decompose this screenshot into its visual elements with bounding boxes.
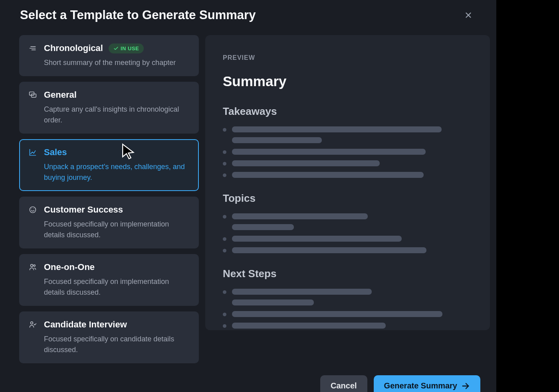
list-icon — [29, 44, 38, 52]
template-list: Chronological IN USE Short summary of th… — [19, 35, 199, 363]
in-use-badge: IN USE — [109, 43, 144, 53]
user-check-icon — [29, 321, 38, 329]
skeleton-bar — [232, 323, 386, 329]
template-card-chronological[interactable]: Chronological IN USE Short summary of th… — [19, 35, 199, 76]
svg-point-13 — [34, 265, 35, 266]
preview-section-takeaways: Takeaways — [223, 105, 472, 178]
preview-section-topics: Topics — [223, 192, 472, 253]
cancel-button[interactable]: Cancel — [320, 375, 367, 392]
template-card-header: Chronological IN USE — [29, 43, 189, 53]
template-description: Focused specifically on candidate detail… — [44, 334, 189, 355]
skeleton-item — [223, 149, 472, 155]
template-card-customer-success[interactable]: Customer Success Focused specifically on… — [19, 197, 199, 248]
skeleton-item — [223, 126, 472, 143]
preview-section-next-steps: Next Steps — [223, 268, 472, 329]
svg-point-12 — [31, 264, 33, 267]
skeleton-bar — [232, 149, 426, 155]
svg-point-14 — [31, 322, 33, 324]
template-description: Capture any call's insights in chronolog… — [44, 104, 189, 126]
template-card-header: Sales — [29, 147, 189, 158]
skeleton-bar — [232, 289, 372, 295]
template-card-one-on-one[interactable]: One-on-One Focused specifically on imple… — [19, 254, 199, 306]
generate-summary-button[interactable]: Generate Summary — [374, 375, 480, 392]
preview-label: PREVIEW — [223, 54, 472, 61]
skeleton-bar — [232, 213, 368, 219]
template-card-header: General — [29, 90, 189, 100]
users-icon — [29, 263, 38, 271]
skeleton-dot — [223, 128, 226, 132]
skeleton-bar — [232, 160, 380, 166]
skeleton-item — [223, 323, 472, 329]
skeleton-dot — [223, 324, 226, 328]
template-title: General — [44, 90, 77, 100]
section-title: Takeaways — [223, 105, 472, 118]
skeleton-bar — [232, 126, 442, 132]
skeleton-dot — [223, 162, 226, 165]
skeleton-item — [223, 289, 472, 305]
template-card-sales[interactable]: Sales Unpack a prospect's needs, challen… — [19, 139, 199, 191]
template-card-header: Candidate Interview — [29, 319, 189, 330]
section-title: Next Steps — [223, 268, 472, 280]
check-icon — [113, 46, 119, 51]
skeleton-bar — [232, 299, 314, 305]
template-title: One-on-One — [44, 262, 95, 272]
skeleton-dot — [223, 215, 226, 219]
modal-header: Select a Template to Generate Summary — [0, 0, 496, 35]
template-card-general[interactable]: General Capture any call's insights in c… — [19, 82, 199, 134]
template-description: Unpack a prospect's needs, challenges, a… — [44, 162, 189, 183]
arrow-right-icon — [461, 382, 470, 390]
skeleton-bar — [232, 172, 424, 178]
skeleton-item — [223, 213, 472, 230]
template-card-candidate-interview[interactable]: Candidate Interview Focused specifically… — [19, 311, 199, 363]
modal-title: Select a Template to Generate Summary — [20, 8, 256, 22]
generate-button-label: Generate Summary — [384, 381, 457, 390]
smile-icon — [29, 206, 38, 214]
skeleton-item — [223, 160, 472, 166]
skeleton-item — [223, 236, 472, 242]
chat-icon — [29, 91, 38, 99]
skeleton-dot — [223, 150, 226, 154]
preview-title: Summary — [223, 73, 472, 89]
skeleton-dot — [223, 173, 226, 177]
template-title: Customer Success — [44, 205, 123, 215]
skeleton-dot — [223, 249, 226, 252]
modal-footer: Cancel Generate Summary — [0, 363, 496, 392]
skeleton-bar — [232, 311, 442, 317]
skeleton-dot — [223, 237, 226, 241]
skeleton-item — [223, 172, 472, 178]
skeleton-item — [223, 247, 472, 253]
preview-panel: PREVIEW Summary Takeaways — [205, 35, 490, 330]
skeleton-item — [223, 311, 472, 317]
section-title: Topics — [223, 192, 472, 205]
skeleton-bar — [232, 236, 402, 242]
template-description: Focused specifically on implementation d… — [44, 276, 189, 298]
svg-point-9 — [30, 207, 36, 213]
close-icon — [464, 11, 473, 20]
template-description: Focused specifically on implementation d… — [44, 219, 189, 240]
skeleton-bar — [232, 137, 322, 143]
skeleton-dot — [223, 290, 226, 294]
template-title: Sales — [44, 147, 67, 158]
template-title: Candidate Interview — [44, 319, 127, 330]
close-button[interactable] — [460, 7, 476, 23]
skeleton-dot — [223, 313, 226, 316]
chart-line-icon — [29, 148, 38, 156]
template-description: Short summary of the meeting by chapter — [44, 57, 189, 68]
badge-label: IN USE — [121, 45, 139, 51]
template-title: Chronological — [44, 43, 103, 53]
skeleton-bar — [232, 224, 294, 230]
template-selector-modal: Select a Template to Generate Summary — [0, 0, 496, 392]
skeleton-bar — [232, 247, 426, 253]
template-card-header: One-on-One — [29, 262, 189, 272]
template-card-header: Customer Success — [29, 205, 189, 215]
modal-content: Chronological IN USE Short summary of th… — [0, 35, 496, 363]
